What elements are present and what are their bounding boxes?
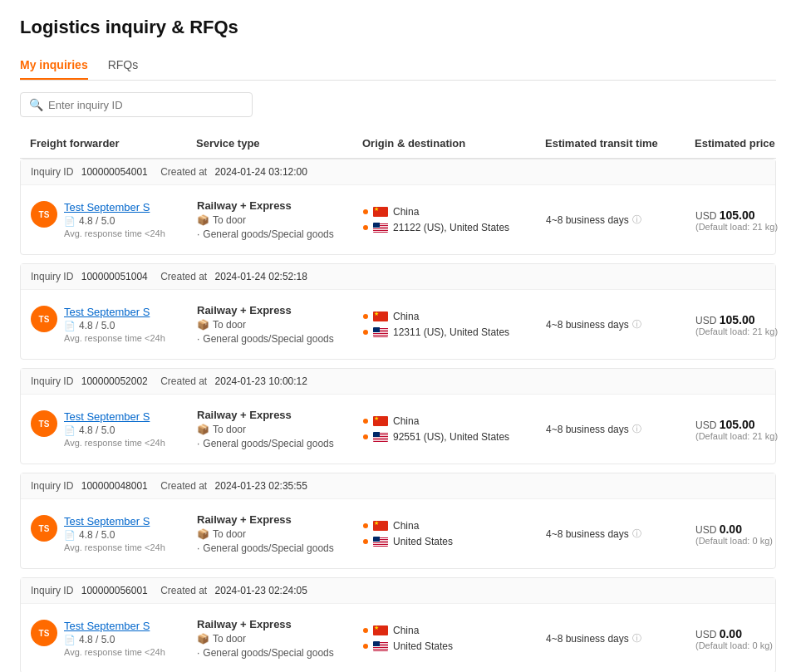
tab-my-inquiries[interactable]: My inquiries	[20, 52, 88, 80]
price-row: USD 105.00	[695, 208, 796, 222]
header-estimated-transit: Estimated transit time	[545, 137, 695, 150]
price-row: USD 105.00	[695, 418, 796, 431]
origin-item: China	[363, 625, 546, 636]
price-load-label: (Default load: 0 kg)	[695, 536, 796, 546]
inquiry-row: TS Test September S 📄 4.8 / 5.0 Avg. res…	[21, 499, 775, 568]
bullet: ·	[197, 333, 199, 345]
us-flag-icon	[373, 537, 388, 547]
tab-rfqs[interactable]: RFQs	[108, 52, 139, 80]
price-amount: 105.00	[720, 313, 755, 326]
china-flag-icon	[373, 521, 388, 531]
created-at-label: Created at	[160, 480, 207, 492]
bullet: ·	[197, 542, 199, 554]
avatar: TS	[31, 515, 57, 542]
info-icon[interactable]: ⓘ	[632, 318, 641, 331]
price-cell: USD 105.00 (Default load: 21 kg)	[695, 313, 796, 336]
service-delivery: 📦 To door	[197, 528, 363, 540]
forwarder-info: Test September S 📄 4.8 / 5.0 Avg. respon…	[64, 515, 165, 552]
forwarder-info: Test September S 📄 4.8 / 5.0 Avg. respon…	[64, 306, 165, 343]
inquiry-meta: Inquiry ID 100000048001 Created at 2024-…	[21, 473, 775, 499]
forwarder-name[interactable]: Test September S	[64, 306, 165, 318]
door-icon: 📦	[197, 319, 209, 331]
origin-item: China	[363, 520, 546, 532]
header-estimated-price: Estimated price	[695, 137, 796, 150]
price-load-label: (Default load: 21 kg)	[695, 222, 796, 232]
inquiry-id-value: 100000048001	[81, 480, 148, 492]
service-type: Railway + Express	[197, 409, 363, 421]
info-icon[interactable]: ⓘ	[632, 632, 641, 645]
inquiries-list: Inquiry ID 100000054001 Created at 2024-…	[20, 159, 776, 672]
search-icon: 🔍	[29, 98, 43, 111]
avatar: TS	[31, 620, 57, 646]
response-time: Avg. response time <24h	[64, 228, 165, 238]
origin-destination-cell: China 12311 (US), United States	[363, 311, 546, 338]
destination-dot	[363, 539, 368, 544]
created-at-value: 2024-01-23 02:24:05	[215, 585, 307, 596]
inquiry-id-label: Inquiry ID	[31, 480, 73, 492]
price-row: USD 105.00	[695, 313, 796, 326]
destination-dot	[363, 330, 368, 335]
inquiry-id-value: 100000054001	[81, 166, 148, 178]
service-cell: Railway + Express 📦 To door · General go…	[197, 513, 363, 554]
inquiry-block: Inquiry ID 100000052002 Created at 2024-…	[20, 368, 776, 464]
rating: 📄 4.8 / 5.0	[64, 424, 165, 436]
search-input[interactable]	[48, 99, 243, 111]
transit-cell: 4~8 business days ⓘ	[546, 527, 695, 540]
inquiry-meta: Inquiry ID 100000051004 Created at 2024-…	[21, 264, 775, 290]
rating-icon: 📄	[64, 425, 76, 436]
response-time: Avg. response time <24h	[64, 438, 165, 448]
origin-dot	[363, 314, 368, 319]
currency-label: USD	[695, 524, 720, 536]
service-type: Railway + Express	[197, 513, 363, 526]
rating: 📄 4.8 / 5.0	[64, 215, 165, 227]
china-flag-icon	[373, 416, 388, 426]
rating: 📄 4.8 / 5.0	[64, 320, 165, 331]
forwarder-info: Test September S 📄 4.8 / 5.0 Avg. respon…	[64, 620, 165, 657]
origin-item: China	[363, 311, 546, 322]
inquiry-meta: Inquiry ID 100000056001 Created at 2024-…	[21, 578, 775, 604]
transit-time-value: 4~8 business days	[546, 528, 629, 540]
service-goods: · General goods/Special goods	[197, 228, 363, 240]
page-title: Logistics inquiry & RFQs	[20, 17, 776, 38]
rating-icon: 📄	[64, 216, 76, 227]
table-header: Freight forwarder Service type Origin & …	[20, 129, 776, 159]
info-icon[interactable]: ⓘ	[632, 527, 641, 540]
price-amount: 105.00	[720, 418, 755, 431]
destination-value: United States	[393, 536, 453, 547]
destination-value: 21122 (US), United States	[393, 222, 509, 233]
inquiry-row: TS Test September S 📄 4.8 / 5.0 Avg. res…	[21, 604, 775, 672]
destination-value: 92551 (US), United States	[393, 431, 509, 443]
forwarder-name[interactable]: Test September S	[64, 620, 165, 632]
inquiry-row: TS Test September S 📄 4.8 / 5.0 Avg. res…	[21, 395, 775, 464]
service-delivery: 📦 To door	[197, 633, 363, 645]
service-delivery: 📦 To door	[197, 424, 363, 435]
currency-label: USD	[695, 210, 720, 222]
us-flag-icon	[373, 327, 388, 337]
header-freight-forwarder: Freight forwarder	[30, 137, 196, 150]
transit-cell: 4~8 business days ⓘ	[546, 632, 695, 645]
price-amount: 105.00	[720, 208, 755, 222]
inquiry-id-label: Inquiry ID	[31, 271, 73, 282]
transit-cell: 4~8 business days ⓘ	[546, 213, 695, 226]
forwarder-name[interactable]: Test September S	[64, 410, 165, 423]
service-type: Railway + Express	[197, 304, 363, 316]
price-cell: USD 0.00 (Default load: 0 kg)	[695, 522, 796, 546]
door-icon: 📦	[197, 214, 209, 226]
avatar: TS	[31, 306, 57, 332]
forwarder-name[interactable]: Test September S	[64, 515, 165, 527]
info-icon[interactable]: ⓘ	[632, 213, 641, 226]
service-delivery: 📦 To door	[197, 319, 363, 331]
destination-dot	[363, 225, 368, 230]
china-flag-icon	[373, 207, 388, 217]
rating-value: 4.8 / 5.0	[79, 424, 115, 436]
response-time: Avg. response time <24h	[64, 647, 165, 657]
forwarder-name[interactable]: Test September S	[64, 201, 165, 213]
info-icon[interactable]: ⓘ	[632, 423, 641, 435]
destination-value: United States	[393, 640, 453, 652]
created-at-value: 2024-01-23 10:00:12	[215, 375, 307, 387]
origin-destination-cell: China 21122 (US), United States	[363, 206, 546, 233]
created-at-label: Created at	[160, 375, 207, 387]
origin-country: China	[393, 311, 419, 322]
price-load-label: (Default load: 21 kg)	[695, 326, 796, 336]
destination-item: United States	[363, 640, 546, 652]
